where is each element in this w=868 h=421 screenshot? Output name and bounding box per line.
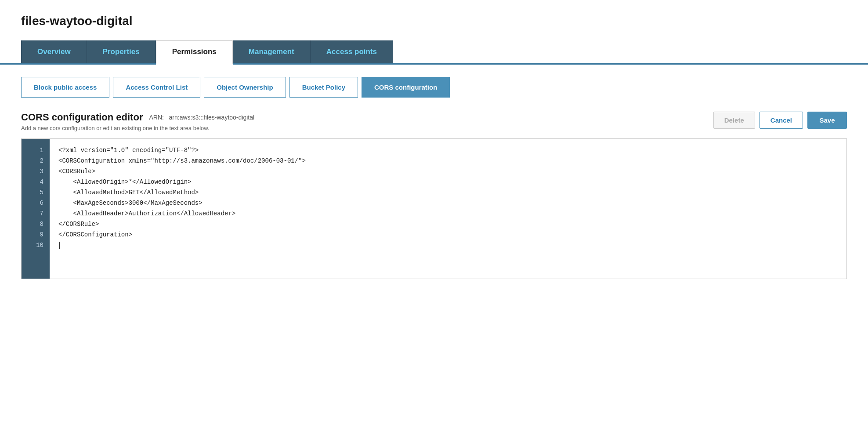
code-content[interactable]: <?xml version="1.0" encoding="UTF-8"?> <… [50,139,846,279]
page-header: files-waytoo-digital [0,0,868,35]
line-num-4: 4 [22,177,50,187]
line-num-9: 9 [22,229,50,240]
action-buttons: Delete Cancel Save [713,112,847,129]
section-title-text: CORS configuration editor [21,112,143,123]
section-title-group: CORS configuration editor ARN: arn:aws:s… [21,112,254,131]
arn-value: arn:aws:s3:::files-waytoo-digital [169,114,255,121]
line-num-2: 2 [22,156,50,166]
sub-tab-bucket-policy[interactable]: Bucket Policy [289,77,358,98]
code-line-5: <AllowedMethod>GET</AllowedMethod> [58,187,838,198]
line-num-10: 10 [22,240,50,250]
section-header: CORS configuration editor ARN: arn:aws:s… [21,112,847,131]
line-num-8: 8 [22,219,50,229]
code-line-8: </CORSRule> [58,219,838,229]
code-line-6: <MaxAgeSeconds>3000</MaxAgeSeconds> [58,198,838,208]
tab-management[interactable]: Management [233,40,311,63]
sub-tab-block-public-access[interactable]: Block public access [21,77,109,98]
save-button[interactable]: Save [807,112,847,129]
sub-tab-object-ownership[interactable]: Object Ownership [204,77,286,98]
arn-label: ARN: [149,114,163,121]
line-numbers: 1 2 3 4 5 6 7 8 9 10 [22,139,50,279]
sub-tab-cors-configuration[interactable]: CORS configuration [362,77,450,98]
page-title: files-waytoo-digital [21,14,847,28]
section-arn: ARN: arn:aws:s3:::files-waytoo-digital [149,114,254,121]
content-area: CORS configuration editor ARN: arn:aws:s… [0,98,868,279]
page-wrapper: files-waytoo-digital Overview Properties… [0,0,868,421]
main-tabs-bar: Overview Properties Permissions Manageme… [0,40,868,65]
code-line-9: </CORSConfiguration> [58,229,838,240]
line-num-5: 5 [22,187,50,198]
code-editor[interactable]: 1 2 3 4 5 6 7 8 9 10 <?xml version="1.0"… [21,138,847,279]
tab-overview[interactable]: Overview [21,40,87,63]
section-title: CORS configuration editor ARN: arn:aws:s… [21,112,254,123]
tab-access-points[interactable]: Access points [311,40,393,63]
line-num-3: 3 [22,166,50,177]
code-line-10 [58,240,838,250]
line-num-1: 1 [22,145,50,156]
code-line-2: <CORSConfiguration xmlns="http://s3.amaz… [58,156,838,166]
code-line-1: <?xml version="1.0" encoding="UTF-8"?> [58,145,838,156]
sub-tab-access-control-list[interactable]: Access Control List [113,77,200,98]
code-line-3: <CORSRule> [58,166,838,177]
tab-properties[interactable]: Properties [87,40,156,63]
line-num-7: 7 [22,208,50,219]
code-line-4: <AllowedOrigin>*</AllowedOrigin> [58,177,838,187]
code-line-7: <AllowedHeader>Authorization</AllowedHea… [58,208,838,219]
line-num-6: 6 [22,198,50,208]
cursor [59,242,60,249]
tab-permissions[interactable]: Permissions [156,40,233,65]
cancel-button[interactable]: Cancel [760,112,803,129]
delete-button[interactable]: Delete [713,112,755,129]
section-subtitle: Add a new cors configuration or edit an … [21,125,254,131]
sub-tabs-bar: Block public access Access Control List … [0,65,868,98]
